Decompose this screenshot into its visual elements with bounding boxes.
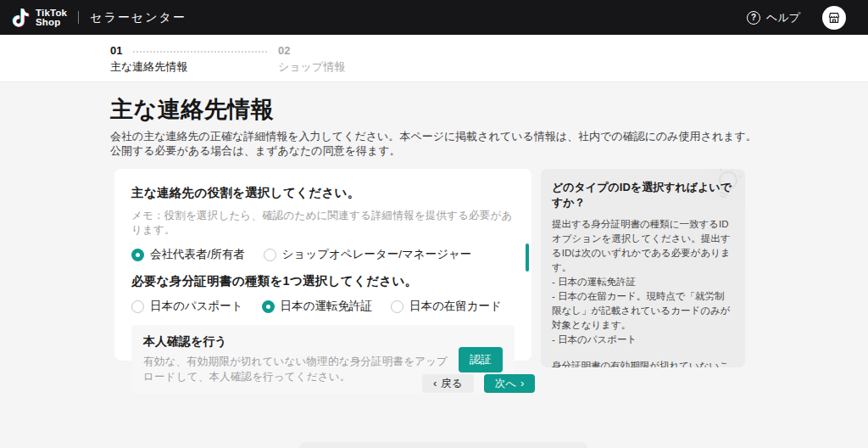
step-2-label: ショップ情報	[278, 59, 345, 75]
help-panel-item: - 日本のパスポート	[552, 333, 734, 347]
radio-unselected-icon	[264, 249, 276, 261]
page-description: 会社の主な連絡先の正確な詳細情報を入力してください。本ページに掲載されている情報…	[110, 130, 765, 158]
radio-unselected-icon	[391, 300, 403, 313]
next-section-peek	[299, 442, 587, 448]
verify-title: 本人確認を行う	[143, 334, 448, 350]
radio-selected-icon	[262, 300, 275, 313]
help-question-icon: ?	[747, 11, 760, 25]
page-title: 主な連絡先情報	[110, 94, 274, 125]
main-content: 主な連絡先情報 会社の主な連絡先の正確な詳細情報を入力してください。本ページに掲…	[0, 82, 868, 448]
step-connector	[133, 51, 267, 53]
id-help-panel: どのタイプのIDを選択すればよいですか？ 提出する身分証明書の種類に一致するID…	[541, 169, 745, 367]
step-1-number: 01	[110, 44, 122, 57]
back-button[interactable]: ‹ 戻る	[422, 374, 474, 393]
radio-shop-operator[interactable]: ショップオペレーター/マネージャー	[264, 247, 472, 262]
top-bar: TikTok Shop セラーセンター ? ヘルプ	[0, 0, 868, 35]
help-panel-item: - 日本の運転免許証	[552, 275, 734, 289]
verify-button[interactable]: 認証	[459, 347, 503, 372]
help-panel-item: - 日本の在留カード。現時点で「就労制限なし」が記載されているカードのみが対象と…	[552, 289, 734, 333]
radio-unselected-icon	[131, 300, 144, 313]
verify-description: 有効な、有効期限が切れていない物理的な身分証明書をアップロードして、本人確認を行…	[143, 354, 448, 384]
seller-center-title: セラーセンター	[90, 10, 186, 25]
chevron-right-icon: ›	[520, 378, 524, 389]
header-divider	[78, 11, 79, 24]
logo-wordmark: TikTok Shop	[36, 8, 67, 27]
tiktok-note-icon	[12, 8, 30, 28]
step-2-number: 02	[278, 44, 290, 57]
onboarding-stepper: 01 主な連絡先情報 02 ショップ情報	[0, 35, 868, 82]
radio-japan-passport[interactable]: 日本のパスポート	[131, 299, 243, 314]
id-radio-group: 日本のパスポート 日本の運転免許証 日本の在留カード	[131, 299, 515, 314]
shop-account-button[interactable]	[822, 6, 846, 30]
wizard-actions: ‹ 戻る 次へ ›	[422, 374, 535, 393]
radio-company-representative[interactable]: 会社代表者/所有者	[131, 247, 245, 262]
role-radio-group: 会社代表者/所有者 ショップオペレーター/マネージャー	[131, 247, 515, 262]
radio-japan-drivers-license[interactable]: 日本の運転免許証	[262, 299, 372, 314]
help-panel-footer: 身分証明書の有効期限が切れていないことを確認してください。	[552, 359, 734, 367]
card-scrollbar-thumb[interactable]	[526, 244, 529, 272]
radio-japan-residence-card[interactable]: 日本の在留カード	[391, 299, 502, 314]
step-1-label: 主な連絡先情報	[110, 59, 187, 75]
help-panel-intro: 提出する身分証明書の種類に一致するIDオプションを選択してください。提出するID…	[552, 217, 734, 275]
radio-selected-icon	[131, 249, 144, 261]
id-section-label: 必要な身分証明書の種類を1つ選択してください。	[131, 273, 515, 289]
role-section-label: 主な連絡先の役割を選択してください。	[131, 185, 515, 201]
role-section-note: メモ：役割を選択したら、確認のために関連する詳細情報を提供する必要があります。	[131, 209, 515, 238]
help-button[interactable]: ? ヘルプ	[747, 10, 800, 25]
tiktok-shop-logo[interactable]: TikTok Shop	[12, 8, 67, 28]
storefront-icon	[827, 11, 841, 25]
help-panel-title: どのタイプのIDを選択すればよいですか？	[552, 180, 734, 210]
contact-form-card: 主な連絡先の役割を選択してください。 メモ：役割を選択したら、確認のために関連す…	[114, 169, 531, 361]
next-button[interactable]: 次へ ›	[484, 374, 536, 393]
chevron-left-icon: ‹	[433, 378, 437, 389]
